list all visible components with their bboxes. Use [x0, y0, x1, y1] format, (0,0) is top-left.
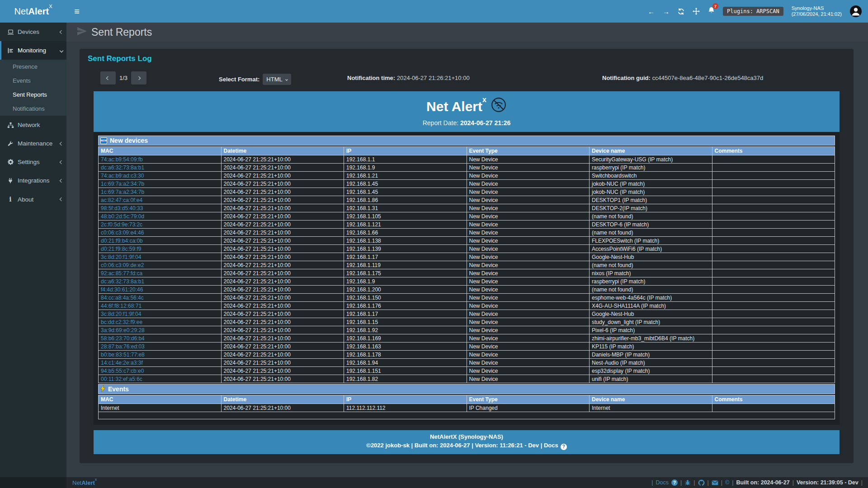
sidebar-subitem-events[interactable]: Events	[0, 74, 66, 88]
cell-comments	[712, 326, 835, 334]
mac-link[interactable]: c0:06:c3:09:de:e2	[101, 262, 144, 268]
brand-sup: X	[49, 4, 52, 9]
cell-device-name: esp32display (IP match)	[590, 367, 712, 375]
format-select[interactable]: HTML	[263, 74, 291, 85]
cell-datetime: 2024-06-27 21:25:21+10:00	[221, 359, 344, 367]
refresh-icon[interactable]	[678, 8, 684, 15]
column-header-ip: IP	[344, 147, 467, 155]
mac-link[interactable]: 44:6f:f8:12:68:71	[101, 303, 142, 309]
sidebar-item-settings[interactable]: Settings	[0, 153, 66, 171]
cell-event-type: New Device	[467, 277, 590, 286]
app-logo[interactable]: NetAlertX	[0, 6, 66, 17]
mac-link[interactable]: 1c:69:7a:a2:34:7b	[101, 181, 144, 187]
footer-brand[interactable]: NetAlertx	[72, 479, 97, 486]
cell-ip: 192.168.1.92	[344, 326, 467, 334]
mac-link[interactable]: 1c:69:7a:a2:34:7b	[101, 189, 144, 195]
separator: |	[732, 479, 733, 486]
cell-device-name: X4G-AU-SHA1114A (IP match)	[590, 302, 712, 310]
cell-event-type: New Device	[467, 343, 590, 351]
cell-comments	[712, 343, 835, 351]
cell-device-name: (name not found)	[590, 261, 712, 269]
docs-link[interactable]: Docs	[656, 479, 669, 486]
new-devices-section-header: NEW New devices	[98, 136, 835, 145]
cell-mac: 2c:f0:5d:9e:73:2c	[99, 221, 222, 229]
move-arrows-icon[interactable]	[693, 8, 700, 15]
mac-link[interactable]: 74:ac:b9:54:09:fb	[101, 156, 143, 163]
cell-ip: 192.168.1.94	[344, 359, 467, 367]
mac-link[interactable]: f4:4d:30:61:20:46	[101, 286, 143, 293]
back-arrow-icon[interactable]: ←	[648, 8, 655, 15]
sidebar-item-about[interactable]: iAbout	[0, 190, 66, 209]
cell-device-name: SecurityGateway-USG (IP match)	[590, 155, 712, 164]
table-row: c0:06:c3:09:de:e22024-06-27 21:25:21+10:…	[99, 261, 835, 269]
mac-link[interactable]: d0:21:f9:b4:ca:0b	[101, 238, 143, 244]
github-icon[interactable]	[698, 479, 705, 486]
cell-mac: 1c:69:7a:a2:34:7b	[99, 180, 222, 188]
mac-link[interactable]: bc:dd:c2:32:f9:ee	[101, 319, 142, 325]
next-page-button[interactable]	[131, 71, 146, 84]
sidebar-subitem-sent-reports[interactable]: Sent Reports	[0, 88, 66, 102]
column-header-comments: Comments	[712, 395, 835, 404]
mac-link[interactable]: 3c:8d:20:f1:9f:04	[101, 311, 141, 317]
sidebar-item-network[interactable]: Network	[0, 116, 66, 134]
forward-arrow-icon[interactable]: →	[663, 8, 670, 15]
notifications-bell-icon[interactable]: 7	[708, 7, 715, 16]
cell-ip: 192.168.1.31	[344, 204, 467, 212]
cell-device-name: raspberrypi (IP match)	[590, 164, 712, 172]
mac-link[interactable]: dc:a6:32:73:8a:b1	[101, 164, 144, 171]
chevron-left-icon	[60, 178, 63, 182]
sidebar-item-integrations[interactable]: Integrations	[0, 171, 66, 190]
cell-datetime: 2024-06-27 21:25:21+10:00	[221, 172, 344, 180]
mac-link[interactable]: 14:c1:4e:2e:a3:3f	[101, 360, 143, 366]
mac-link[interactable]: 3c:8d:20:f1:9f:04	[101, 254, 141, 260]
cell-device-name: Switchboardswitch	[590, 172, 712, 180]
mac-link[interactable]: d0:21:f9:8c:59:f9	[101, 246, 141, 252]
prev-page-button[interactable]	[100, 71, 116, 84]
sidebar-toggle-button[interactable]: ≡	[66, 0, 87, 23]
bug-report-icon[interactable]	[684, 479, 691, 486]
cell-ip: 192.168.1.45	[344, 180, 467, 188]
mac-link[interactable]: 48:b0:2d:5c:79:0d	[101, 213, 144, 220]
chevron-down-icon	[285, 78, 288, 81]
copyright-icon[interactable]: ©	[725, 479, 729, 486]
mac-link[interactable]: 2c:f0:5d:9e:73:2c	[101, 221, 142, 228]
cell-ip: 192.168.1.176	[344, 302, 467, 310]
mac-link[interactable]: 98:5f:d3:d5:40:33	[101, 205, 143, 211]
mac-link[interactable]: 58:b6:23:70:d6:b4	[101, 335, 145, 342]
mac-link[interactable]: dc:a6:32:73:8a:b1	[101, 278, 144, 285]
sidebar-subitem-presence[interactable]: Presence	[0, 60, 66, 74]
mac-link[interactable]: b0:be:83:51:77:e8	[101, 352, 145, 358]
user-avatar[interactable]	[850, 5, 862, 17]
mac-link[interactable]: 00:11:32:ef:a5:6c	[101, 376, 142, 382]
mac-link[interactable]: 74:ac:b9:ad:c3:30	[101, 173, 144, 179]
sidebar-item-maintenance[interactable]: Maintenance	[0, 134, 66, 153]
cell-datetime: 2024-06-27 21:25:21+10:00	[221, 253, 344, 261]
sidebar-item-monitoring[interactable]: Monitoring	[0, 41, 66, 60]
cell-ip: 192.168.1.169	[344, 334, 467, 343]
table-row	[99, 412, 835, 419]
sidebar-item-devices[interactable]: Devices	[0, 23, 66, 41]
brand-alert: Alert	[28, 6, 49, 16]
monitoring-icon	[7, 47, 14, 54]
cell-datetime: 2024-06-27 21:25:21+10:00	[221, 334, 344, 343]
help-question-icon[interactable]: ?	[671, 479, 678, 486]
report-date-value: 2024-06-27 21:26	[460, 119, 510, 127]
mac-link[interactable]: 28:87:ba:76:ed:03	[101, 343, 145, 350]
mac-link[interactable]: 94:b5:55:c7:cb:e0	[101, 368, 144, 374]
host-info: Synology-NAS (27/06/2024, 21:41:02)	[792, 5, 842, 17]
mac-link[interactable]: 92:ac:85:77:fd:ca	[101, 270, 142, 277]
sent-reports-card: Sent Reports Log 1/3 Select Format: HTML…	[80, 49, 854, 463]
email-icon[interactable]	[712, 480, 718, 485]
cell-mac: d0:21:f9:b4:ca:0b	[99, 237, 222, 245]
sent-reports-log-title[interactable]: Sent Reports Log	[88, 54, 845, 63]
mac-link[interactable]: c0:06:c3:09:e4:46	[101, 230, 144, 236]
new-devices-icon: NEW	[100, 137, 107, 144]
cell-datetime: 2024-06-27 21:25:21+10:00	[221, 294, 344, 302]
sidebar-subitem-notifications[interactable]: Notifications	[0, 102, 66, 116]
mac-link[interactable]: 3a:9d:69:e0:29:28	[101, 327, 145, 333]
table-header-row: MACDatetimeIPEvent TypeDevice nameCommen…	[99, 147, 835, 155]
mac-link[interactable]: ac:82:47:ca:0f:e4	[101, 197, 142, 203]
cell-comments	[712, 261, 835, 269]
docs-question-icon[interactable]: ?	[561, 444, 567, 450]
mac-link[interactable]: 84:cc:a8:4a:56:4c	[101, 295, 144, 301]
